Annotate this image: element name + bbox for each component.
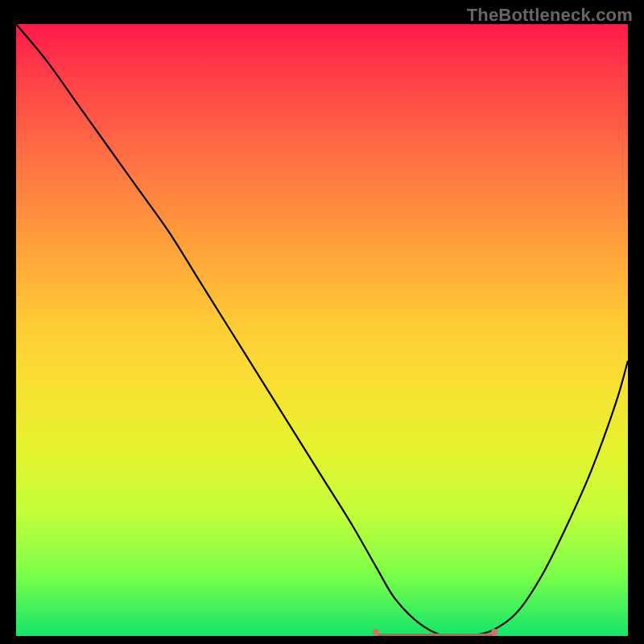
plot-area	[16, 24, 628, 636]
watermark-text: TheBottleneck.com	[467, 5, 633, 26]
optimum-flat-marker	[377, 634, 493, 636]
bottleneck-curve	[16, 24, 628, 636]
chart-container: TheBottleneck.com	[0, 0, 644, 644]
optimum-right-dot	[491, 629, 497, 635]
